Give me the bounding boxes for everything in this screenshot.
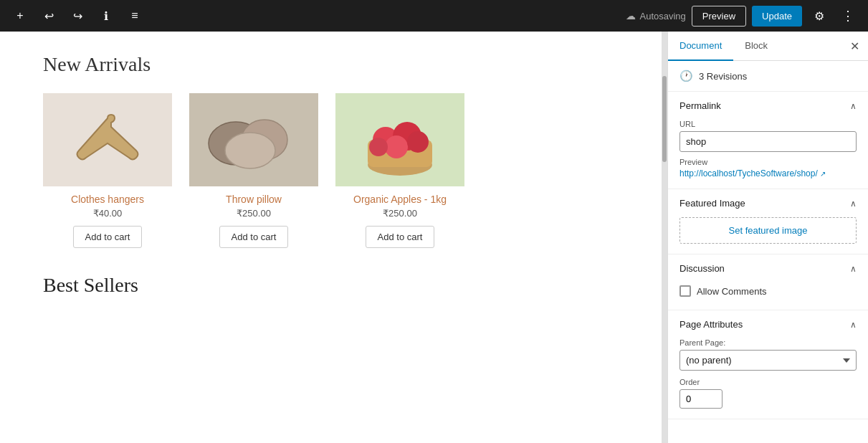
info-button[interactable]: ℹ [95,4,118,27]
right-panel: Document Block ✕ 🕐 3 Revisions Permalink… [667,32,868,443]
product-image-wrap [43,93,172,186]
product-price-2: ₹250.00 [383,208,417,219]
permalink-chevron-icon: ∧ [850,101,857,111]
product-image-wrap [335,93,464,186]
scroll-area: New Arrivals Clothes hangers ₹40.00 [0,32,667,443]
panel-tabs: Document Block ✕ [668,32,868,61]
product-name-1: Throw pillow [226,194,282,205]
order-label: Order [679,378,857,386]
page-attributes-section-content: Parent Page: (no parent) Order [668,338,868,419]
product-price-0: ₹40.00 [93,208,123,219]
permalink-section: Permalink ∧ URL Preview http://localhost… [668,92,868,189]
svg-point-9 [369,138,388,156]
add-button[interactable]: + [9,4,32,27]
permalink-input[interactable] [679,131,857,152]
tab-block[interactable]: Block [733,32,779,61]
products-grid: Clothes hangers ₹40.00 Add to cart [43,93,619,248]
discussion-section-header[interactable]: Discussion ∧ [668,254,868,282]
editor-scrollbar[interactable] [662,32,667,443]
autosaving-label: Autosaving [640,11,686,22]
product-card: Organic Apples - 1kg ₹250.00 Add to cart [335,93,464,248]
allow-comments-label: Allow Comments [697,286,767,297]
permalink-section-content: URL Preview http://localhost/TycheSoftwa… [668,120,868,189]
featured-image-section: Featured Image ∧ Set featured image [668,189,868,254]
add-to-cart-button-1[interactable]: Add to cart [219,226,289,248]
revisions-label: 3 Revisions [699,71,747,82]
product-name-2: Organic Apples - 1kg [353,194,447,205]
list-icon: ≡ [131,9,138,22]
svg-point-7 [385,135,408,158]
add-to-cart-button-2[interactable]: Add to cart [366,226,435,248]
best-sellers-title: Best Sellers [43,274,619,297]
product-image-pillow [189,93,318,186]
page-attributes-chevron-icon: ∧ [850,320,857,330]
product-image-wrap [189,93,318,186]
redo-icon: ↪ [73,9,82,23]
discussion-section: Discussion ∧ Allow Comments [668,254,868,310]
discussion-chevron-icon: ∧ [850,264,857,274]
toolbar: + ↩ ↪ ℹ ≡ ☁ Autosaving Preview Update ⚙ … [0,0,868,32]
allow-comments-row: Allow Comments [679,282,857,300]
add-to-cart-button-0[interactable]: Add to cart [73,226,143,248]
featured-image-label: Featured Image [679,198,745,209]
product-card: Clothes hangers ₹40.00 Add to cart [43,93,172,248]
svg-point-8 [407,131,429,153]
cloud-icon: ☁ [626,10,636,22]
parent-page-label: Parent Page: [679,338,857,347]
permalink-link[interactable]: http://localhost/TycheSoftware/shop/ ↗ [679,168,857,178]
url-label: URL [679,120,857,128]
list-button[interactable]: ≡ [123,4,146,27]
info-icon: ℹ [104,9,108,23]
preview-label: Preview [679,158,857,166]
undo-button[interactable]: ↩ [37,4,60,27]
panel-body: 🕐 3 Revisions Permalink ∧ URL Preview ht… [668,61,868,443]
allow-comments-checkbox[interactable] [679,285,691,297]
update-button[interactable]: Update [752,6,802,27]
redo-button[interactable]: ↪ [66,4,89,27]
more-options-button[interactable]: ⋮ [836,4,859,27]
revisions-icon: 🕐 [679,70,693,82]
new-arrivals-title: New Arrivals [43,53,619,76]
editor-content: New Arrivals Clothes hangers ₹40.00 [0,32,662,443]
discussion-label: Discussion [679,263,725,274]
featured-image-chevron-icon: ∧ [850,199,857,209]
order-input[interactable] [679,389,722,409]
permalink-section-header[interactable]: Permalink ∧ [668,92,868,120]
parent-page-select[interactable]: (no parent) [679,350,857,371]
product-image-apples [335,93,464,186]
featured-image-section-header[interactable]: Featured Image ∧ [668,189,868,217]
main-area: New Arrivals Clothes hangers ₹40.00 [0,32,868,443]
discussion-section-content: Allow Comments [668,282,868,310]
revisions-row[interactable]: 🕐 3 Revisions [668,61,868,92]
set-featured-image-button[interactable]: Set featured image [679,217,857,244]
page-attributes-section-header[interactable]: Page Attributes ∧ [668,310,868,338]
settings-button[interactable]: ⚙ [808,4,831,27]
autosaving-status: ☁ Autosaving [626,10,686,22]
panel-close-button[interactable]: ✕ [841,32,868,60]
tab-document[interactable]: Document [668,32,733,61]
svg-point-2 [225,133,275,168]
page-attributes-section: Page Attributes ∧ Parent Page: (no paren… [668,310,868,419]
permalink-label: Permalink [679,100,721,111]
product-price-1: ₹250.00 [237,208,271,219]
undo-icon: ↩ [44,9,54,23]
featured-image-section-content: Set featured image [668,217,868,254]
page-attributes-label: Page Attributes [679,319,743,330]
scrollbar-thumb[interactable] [662,76,667,162]
product-name-0: Clothes hangers [71,194,144,205]
permalink-url-text: http://localhost/TycheSoftware/shop/ [679,168,818,178]
more-options-icon: ⋮ [841,8,854,24]
product-image-hanger [43,93,172,186]
preview-button[interactable]: Preview [692,6,746,27]
add-icon: + [16,9,23,22]
product-card: Throw pillow ₹250.00 Add to cart [189,93,318,248]
gear-icon: ⚙ [814,9,824,23]
external-link-icon: ↗ [820,170,826,178]
